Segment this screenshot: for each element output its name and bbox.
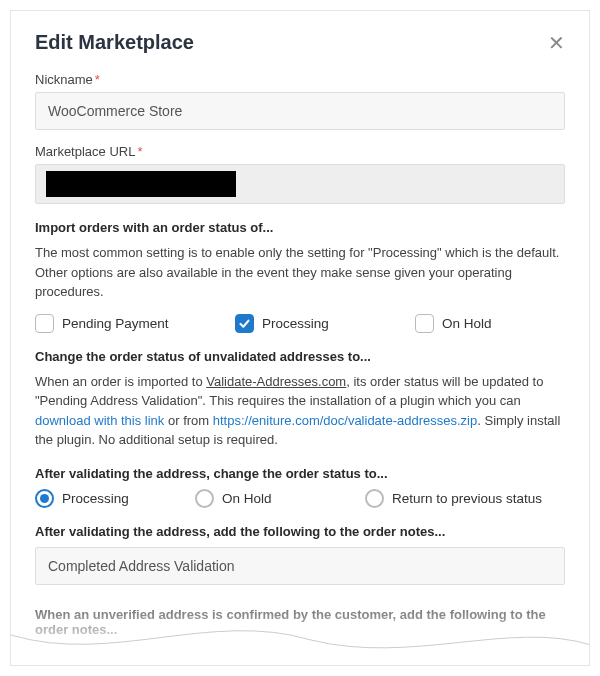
import-status-heading: Import orders with an order status of...: [35, 220, 565, 235]
close-icon[interactable]: ✕: [548, 33, 565, 53]
unvalidated-mid2: or from: [164, 413, 212, 428]
checkbox-processing[interactable]: [235, 314, 254, 333]
order-notes-input[interactable]: Completed Address Validation: [35, 547, 565, 585]
zip-link[interactable]: https://eniture.com/doc/validate-address…: [213, 413, 477, 428]
checkbox-onhold[interactable]: [415, 314, 434, 333]
unverified-heading: When an unverified address is confirmed …: [35, 607, 565, 637]
radio-processing-label: Processing: [62, 491, 129, 506]
radio-onhold[interactable]: [195, 489, 214, 508]
radio-processing[interactable]: [35, 489, 54, 508]
nickname-input[interactable]: WooCommerce Store: [35, 92, 565, 130]
unvalidated-desc: When an order is imported to Validate-Ad…: [35, 372, 565, 450]
checkbox-onhold-label: On Hold: [442, 316, 492, 331]
after-validate-options: Processing On Hold Return to previous st…: [35, 489, 565, 508]
redacted-url: [46, 171, 236, 197]
unvalidated-pre: When an order is imported to: [35, 374, 206, 389]
nickname-label-text: Nickname: [35, 72, 93, 87]
unvalidated-heading: Change the order status of unvalidated a…: [35, 349, 565, 364]
checkbox-pending-payment[interactable]: [35, 314, 54, 333]
modal-title: Edit Marketplace: [35, 31, 194, 54]
radio-onhold-label: On Hold: [222, 491, 272, 506]
url-input[interactable]: [35, 164, 565, 204]
checkbox-processing-label: Processing: [262, 316, 329, 331]
checkbox-pending-label: Pending Payment: [62, 316, 169, 331]
radio-return-label: Return to previous status: [392, 491, 542, 506]
validate-addresses-site: Validate-Addresses.com: [206, 374, 346, 389]
nickname-label: Nickname*: [35, 72, 565, 87]
order-notes-heading: After validating the address, add the fo…: [35, 524, 565, 539]
required-asterisk: *: [137, 144, 142, 159]
required-asterisk: *: [95, 72, 100, 87]
download-link[interactable]: download with this link: [35, 413, 164, 428]
import-status-options: Pending Payment Processing On Hold: [35, 314, 565, 333]
url-label-text: Marketplace URL: [35, 144, 135, 159]
radio-return-previous[interactable]: [365, 489, 384, 508]
url-label: Marketplace URL*: [35, 144, 565, 159]
import-status-desc: The most common setting is to enable onl…: [35, 243, 565, 302]
modal-frame: Edit Marketplace ✕ Nickname* WooCommerce…: [10, 10, 590, 666]
after-validate-heading: After validating the address, change the…: [35, 466, 565, 481]
